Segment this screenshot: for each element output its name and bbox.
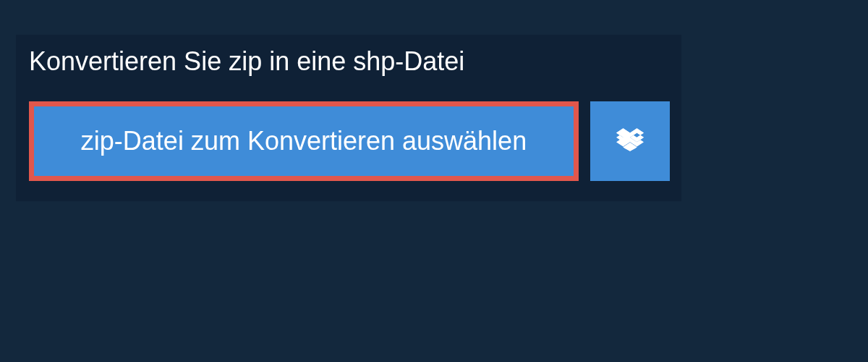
select-file-button-label: zip-Datei zum Konvertieren auswählen — [81, 126, 527, 156]
dropbox-icon — [616, 126, 644, 156]
dropbox-button[interactable] — [590, 101, 670, 181]
page-title: Konvertieren Sie zip in eine shp-Datei — [16, 35, 485, 88]
select-file-button[interactable]: zip-Datei zum Konvertieren auswählen — [29, 101, 579, 181]
button-row: zip-Datei zum Konvertieren auswählen — [16, 88, 681, 201]
converter-panel: Konvertieren Sie zip in eine shp-Datei z… — [16, 35, 681, 201]
